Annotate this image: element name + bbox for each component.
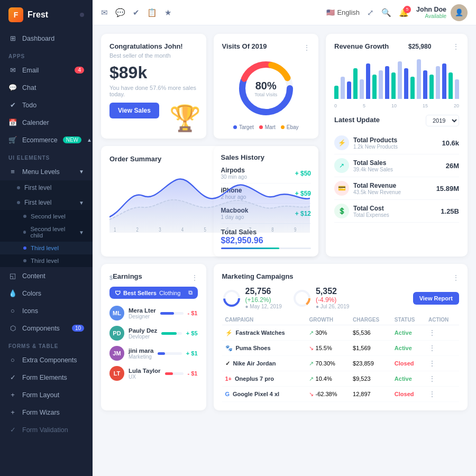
sidebar-third-level-active[interactable]: Third level xyxy=(0,242,93,254)
user-profile[interactable]: John Doe Available 👤 xyxy=(416,4,468,21)
revenue-more-icon[interactable]: ⋮ xyxy=(453,43,459,50)
topbar: ✉ 💬 ✔ 📋 ★ 🇺🇸 English ⤢ 🔍 🔔 5 John Doe Av… xyxy=(93,0,476,25)
earner-role-3: UX xyxy=(129,374,161,380)
earner-amount-0: - $1 xyxy=(188,310,198,316)
earner-info-3: Lula Taylor UX xyxy=(129,368,161,380)
sidebar-label-form-wizars: Form Wizars xyxy=(22,409,60,416)
congrats-text: You have done 57.6% more sales today. xyxy=(109,85,198,97)
mkt-stat-2-text: 5,352 (-4.9%) ● Jul 26, 2019 xyxy=(316,287,349,309)
update-cost-value: 1.25B xyxy=(441,207,459,215)
dot-date-1: ● xyxy=(245,304,250,309)
app-logo[interactable]: F Frest xyxy=(0,0,93,30)
sidebar-label-form-layout: Form Layout xyxy=(22,391,59,399)
sidebar-item-components[interactable]: ⬡ Components 10 xyxy=(0,319,93,337)
view-report-button[interactable]: View Report xyxy=(413,292,459,305)
sidebar-item-todo[interactable]: ✔ Todo xyxy=(0,96,93,114)
action-cell-2[interactable]: ⋮ xyxy=(425,356,459,371)
sidebar-third-level-2[interactable]: Third level xyxy=(0,254,93,267)
action-more-1[interactable]: ⋮ xyxy=(428,344,436,352)
revenue-bar-4 xyxy=(360,79,364,99)
sidebar-item-form-wizars[interactable]: + Form Wizars xyxy=(0,404,93,421)
marketing-campaigns-card: Marketing Campaigns ⋮ 25,756 (+16.2%) xyxy=(214,264,468,410)
sidebar-item-dashboard[interactable]: ⊞ Dashboard xyxy=(0,30,93,47)
marketing-table-body: ⚡Fastrack Watches ↗ 30% $5,536 Active ⋮ … xyxy=(222,325,460,402)
status-cell-0: Active xyxy=(391,325,425,341)
earner-row-3: LT Lula Taylor UX - $1 xyxy=(109,363,198,383)
earner-name-3: Lula Taylor xyxy=(129,368,161,374)
sidebar-item-form-validation[interactable]: ✓ Form Validation xyxy=(0,421,93,438)
year-select[interactable]: 201920202021 xyxy=(426,115,459,126)
svg-text:9: 9 xyxy=(294,227,296,233)
sidebar-label-first-level-2: First level xyxy=(24,199,51,206)
notification-button[interactable]: 🔔 5 xyxy=(399,8,409,17)
sidebar-item-content[interactable]: ◱ Content xyxy=(0,267,93,285)
sidebar-second-level-child[interactable]: Second level child ▼ xyxy=(0,223,93,242)
x-label-0: 0 xyxy=(334,103,337,108)
action-cell-3[interactable]: ⋮ xyxy=(425,371,459,387)
growth-val-3: 10.4% xyxy=(316,376,332,382)
action-more-4[interactable]: ⋮ xyxy=(428,390,436,398)
sidebar-menu-levels-sub: First level First level ▼ Second level S… xyxy=(0,180,93,267)
legend-target: Target xyxy=(233,124,254,130)
growth-cell-3: ↗ 10.4% xyxy=(306,371,350,387)
earner-amount-1: + $5 xyxy=(186,330,198,336)
colors-icon: 💧 xyxy=(8,289,17,297)
growth-cell-4: ↘ -62.38% xyxy=(306,387,350,402)
marketing-title: Marketing Campaigns xyxy=(222,272,294,280)
sidebar-item-icons[interactable]: ○ Icons xyxy=(0,302,93,319)
revenue-bar-12 xyxy=(410,77,415,99)
products-icon: ⚡ xyxy=(334,135,349,150)
search-icon[interactable]: 🔍 xyxy=(381,8,391,17)
sidebar-item-ecommerce[interactable]: 🛒 Ecommerce NEW ▲ xyxy=(0,131,93,149)
sidebar-toggle[interactable] xyxy=(80,13,84,17)
action-cell-0[interactable]: ⋮ xyxy=(425,325,459,341)
visits-more-icon[interactable]: ⋮ xyxy=(304,44,310,51)
update-sales-sub: 39.4k New Sales xyxy=(353,167,442,172)
col-action: ACTION xyxy=(425,315,459,325)
action-cell-1[interactable]: ⋮ xyxy=(425,341,459,356)
sidebar-item-calender[interactable]: 📅 Calender xyxy=(0,114,93,131)
view-sales-button[interactable]: View Sales xyxy=(109,103,159,118)
earnings-copy-icon[interactable]: ⧉ xyxy=(188,289,193,296)
earner-avatar-3: LT xyxy=(109,366,124,381)
sidebar-first-level-1[interactable]: First level xyxy=(0,180,93,195)
mail-icon[interactable]: ✉ xyxy=(101,8,108,17)
sidebar-second-level[interactable]: Second level xyxy=(0,210,93,223)
star-icon[interactable]: ★ xyxy=(164,8,171,17)
growth-cell-2: ↗ 70.30% xyxy=(306,356,350,371)
sidebar-item-form-layout[interactable]: + Form Layout xyxy=(0,386,93,404)
action-cell-4[interactable]: ⋮ xyxy=(425,387,459,402)
order-summary-title: Order Summary xyxy=(109,155,161,163)
logo-icon: F xyxy=(8,7,23,22)
check-icon[interactable]: ✔ xyxy=(133,8,140,17)
earner-amount-3: - $1 xyxy=(188,370,198,377)
status-3: Active xyxy=(395,376,412,382)
earnings-card: $ Earnings ⋮ 🛡 Best Sellers Clothing ⧉ M… xyxy=(101,264,206,410)
sidebar-first-level-2[interactable]: First level ▼ xyxy=(0,195,93,210)
home-icon: ⊞ xyxy=(8,34,17,42)
speech-icon[interactable]: 💬 xyxy=(115,8,125,17)
sidebar-item-form-elements[interactable]: ✓ Form Elements xyxy=(0,369,93,386)
mkt-stat-1: 25,756 (+16.2%) ● May 12, 2019 xyxy=(222,287,282,309)
sidebar-item-chat[interactable]: 💬 Chat xyxy=(0,79,93,96)
action-more-2[interactable]: ⋮ xyxy=(428,359,436,368)
revenue-header: Revenue Growth $25,980 ⋮ xyxy=(334,42,459,50)
earner-avatar-2: JM xyxy=(109,346,124,361)
svg-text:7: 7 xyxy=(249,227,251,233)
marketing-more-icon[interactable]: ⋮ xyxy=(453,274,459,281)
app-name: Frest xyxy=(28,10,48,20)
status-1: Active xyxy=(395,345,412,351)
calendar-nav-icon[interactable]: 📋 xyxy=(147,8,157,17)
action-more-0[interactable]: ⋮ xyxy=(428,328,436,337)
revenue-bar-15 xyxy=(429,75,434,99)
sidebar-item-extra[interactable]: ○ Extra Components xyxy=(0,351,93,369)
congrats-amount: $89k xyxy=(109,63,198,83)
earnings-more-icon[interactable]: ⋮ xyxy=(191,274,198,281)
fullscreen-icon[interactable]: ⤢ xyxy=(367,8,374,17)
sidebar-item-colors[interactable]: 💧 Colors xyxy=(0,285,93,302)
action-more-3[interactable]: ⋮ xyxy=(428,374,436,383)
revenue-bar-6 xyxy=(372,75,377,99)
sidebar-item-email[interactable]: ✉ Email 4 xyxy=(0,61,93,79)
sidebar-item-menu-levels[interactable]: ≡ Menu Levels ▼ xyxy=(0,163,93,180)
language-selector[interactable]: 🇺🇸 English xyxy=(326,8,360,16)
